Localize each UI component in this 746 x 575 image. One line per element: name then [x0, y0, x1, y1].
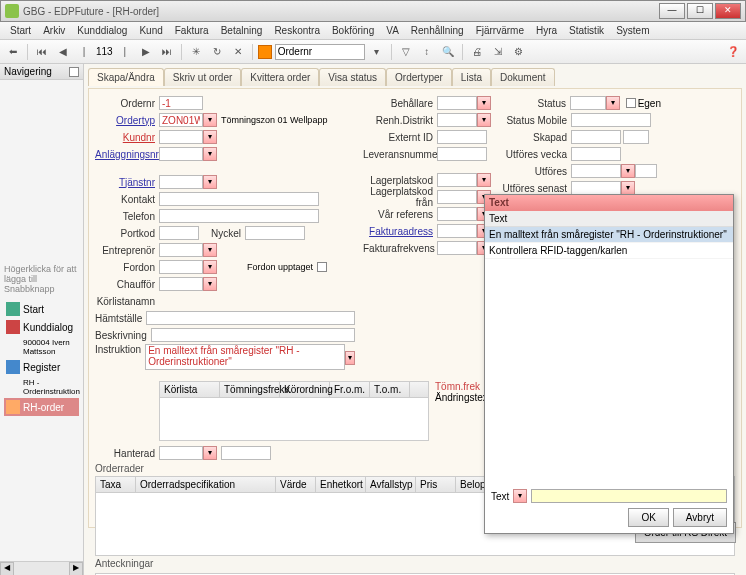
- popup-cancel-button[interactable]: Avbryt: [673, 508, 727, 527]
- leveransnr-input[interactable]: [437, 147, 487, 161]
- hanterad2-input[interactable]: [221, 446, 271, 460]
- fordon-upptaget-check[interactable]: [317, 262, 327, 272]
- tjanstnr-label[interactable]: Tjänstnr: [95, 177, 159, 188]
- lagerplatskodfran-input[interactable]: [437, 190, 477, 204]
- refresh-icon[interactable]: ↻: [208, 43, 226, 61]
- dropdown-icon[interactable]: ▾: [368, 43, 386, 61]
- menu-kund[interactable]: Kund: [133, 23, 168, 38]
- scroll-left-icon[interactable]: ◀: [0, 562, 14, 575]
- instruktion-dd-icon[interactable]: ▾: [345, 351, 355, 365]
- hanterad-input[interactable]: [159, 446, 203, 460]
- sidebar-item-register[interactable]: Register: [4, 358, 79, 376]
- skapad-input[interactable]: [571, 130, 621, 144]
- next-icon[interactable]: ▶: [137, 43, 155, 61]
- scroll-right-icon[interactable]: ▶: [69, 562, 83, 575]
- minimize-button[interactable]: —: [659, 3, 685, 19]
- menu-faktura[interactable]: Faktura: [169, 23, 215, 38]
- anlaggning-label[interactable]: Anläggningsnr: [95, 149, 159, 160]
- sidebar-toggle[interactable]: [69, 67, 79, 77]
- anlaggning-dd-icon[interactable]: ▾: [203, 147, 217, 161]
- popup-footer-input[interactable]: [531, 489, 727, 503]
- utforessenast-dd-icon[interactable]: ▾: [621, 181, 635, 195]
- col-from[interactable]: Fr.o.m.: [330, 382, 370, 397]
- tab-dokument[interactable]: Dokument: [491, 68, 555, 86]
- last-icon[interactable]: ⏭: [158, 43, 176, 61]
- lagerplatskod-dd-icon[interactable]: ▾: [477, 173, 491, 187]
- lagerplatskod-input[interactable]: [437, 173, 477, 187]
- telefon-input[interactable]: [159, 209, 319, 223]
- tab-kvittera[interactable]: Kvittera order: [241, 68, 319, 86]
- kundnr-dd-icon[interactable]: ▾: [203, 130, 217, 144]
- chauffor-input[interactable]: [159, 277, 203, 291]
- menu-arkiv[interactable]: Arkiv: [37, 23, 71, 38]
- sidebar-item-rhorder[interactable]: RH-order: [4, 398, 79, 416]
- export-icon[interactable]: ⇲: [489, 43, 507, 61]
- kontakt-input[interactable]: [159, 192, 319, 206]
- sort-icon[interactable]: ↕: [418, 43, 436, 61]
- status-dd-icon[interactable]: ▾: [606, 96, 620, 110]
- binoculars-icon[interactable]: 🔍: [439, 43, 457, 61]
- fakturaadress-input[interactable]: [437, 224, 477, 238]
- renhdistrikt-dd-icon[interactable]: ▾: [477, 113, 491, 127]
- popup-footer-dd-icon[interactable]: ▾: [513, 489, 527, 503]
- portkod-input[interactable]: [159, 226, 199, 240]
- tjanstnr-input[interactable]: [159, 175, 203, 189]
- col-pris[interactable]: Pris: [416, 477, 456, 492]
- sidebar-item-start[interactable]: Start: [4, 300, 79, 318]
- externtid-input[interactable]: [437, 130, 487, 144]
- tab-skapa[interactable]: Skapa/Ändra: [88, 68, 164, 86]
- utfores2-input[interactable]: [635, 164, 657, 178]
- print-icon[interactable]: 🖨: [468, 43, 486, 61]
- anlaggning-input[interactable]: [159, 147, 203, 161]
- sidebar-item-kunddialog[interactable]: Kunddialog: [4, 318, 79, 336]
- menu-reskontra[interactable]: Reskontra: [268, 23, 326, 38]
- entreprenor-dd-icon[interactable]: ▾: [203, 243, 217, 257]
- fakturaadress-label[interactable]: Fakturaadress: [363, 226, 437, 237]
- status-input[interactable]: [570, 96, 606, 110]
- help-icon[interactable]: ❓: [724, 43, 742, 61]
- col-korlista[interactable]: Körlista: [160, 382, 220, 397]
- col-enhetkort[interactable]: Enhetkort: [316, 477, 366, 492]
- menu-bokforing[interactable]: Bokföring: [326, 23, 380, 38]
- ordertyp-input[interactable]: [159, 113, 203, 127]
- beskrivning-input[interactable]: [151, 328, 355, 342]
- utforessenast-input[interactable]: [571, 181, 621, 195]
- behallare-input[interactable]: [437, 96, 477, 110]
- fakturafrekvens-input[interactable]: [437, 241, 477, 255]
- first-icon[interactable]: ⏮: [33, 43, 51, 61]
- menu-hyra[interactable]: Hyra: [530, 23, 563, 38]
- tab-ordertyper[interactable]: Ordertyper: [386, 68, 452, 86]
- hamtstalle-input[interactable]: [146, 311, 355, 325]
- sidebar-item-kund[interactable]: 900004 Ivern Mattsson: [4, 336, 79, 358]
- kundnr-label[interactable]: Kundnr: [95, 132, 159, 143]
- col-taxa[interactable]: Taxa: [96, 477, 136, 492]
- kundnr-input[interactable]: [159, 130, 203, 144]
- popup-item-0[interactable]: En malltext från småregister "RH - Order…: [485, 227, 733, 243]
- egen-check[interactable]: [626, 98, 636, 108]
- popup-item-1[interactable]: Kontrollera RFID-taggen/karlen: [485, 243, 733, 259]
- chauffor-dd-icon[interactable]: ▾: [203, 277, 217, 291]
- sidebar-item-orderinstr[interactable]: RH - Orderinstruktion: [4, 376, 79, 398]
- tab-skrivut[interactable]: Skriv ut order: [164, 68, 241, 86]
- skapad-time-input[interactable]: [623, 130, 649, 144]
- behallare-dd-icon[interactable]: ▾: [477, 96, 491, 110]
- col-avfallstyp[interactable]: Avfallstyp: [366, 477, 416, 492]
- nyckel-input[interactable]: [245, 226, 305, 240]
- fordon-input[interactable]: [159, 260, 203, 274]
- korlista-grid[interactable]: Körlista Tömningsfrekv. Körordning Fr.o.…: [159, 381, 429, 441]
- utfores-input[interactable]: [571, 164, 621, 178]
- tab-lista[interactable]: Lista: [452, 68, 491, 86]
- popup-ok-button[interactable]: OK: [628, 508, 668, 527]
- hanterad-dd-icon[interactable]: ▾: [203, 446, 217, 460]
- menu-kunddialog[interactable]: Kunddialog: [71, 23, 133, 38]
- filter-icon[interactable]: ▽: [397, 43, 415, 61]
- menu-renhallning[interactable]: Renhållning: [405, 23, 470, 38]
- action-icon[interactable]: [258, 45, 272, 59]
- renhdistrikt-input[interactable]: [437, 113, 477, 127]
- ordertyp-label[interactable]: Ordertyp: [95, 115, 159, 126]
- col-orderradspec[interactable]: Orderradspecifikation: [136, 477, 276, 492]
- col-tom[interactable]: T.o.m.: [370, 382, 410, 397]
- statusmobile-input[interactable]: [571, 113, 651, 127]
- col-korordning[interactable]: Körordning: [280, 382, 330, 397]
- menu-fjarrvarme[interactable]: Fjärrvärme: [470, 23, 530, 38]
